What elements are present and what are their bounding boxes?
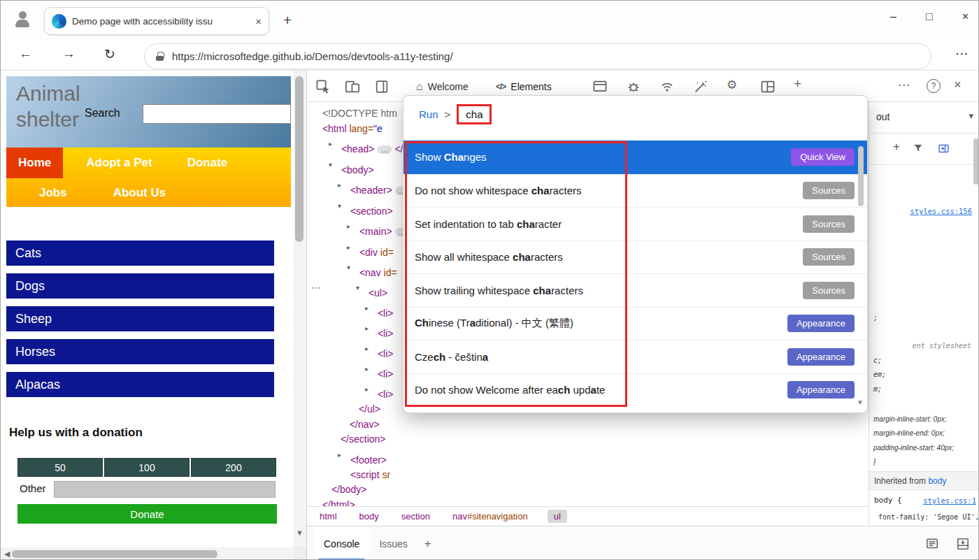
palette-scroll-down-icon[interactable]: ▼ bbox=[857, 399, 864, 406]
browser-tab[interactable]: Demo page with accessibility issu × bbox=[44, 7, 269, 35]
node-actions-icon[interactable]: ⋯ bbox=[311, 280, 321, 296]
dock-panel-icon[interactable] bbox=[374, 79, 390, 94]
expand-arrow-icon[interactable]: ▸ bbox=[338, 447, 348, 463]
new-tab-button[interactable]: + bbox=[283, 12, 292, 29]
vertical-scroll-thumb[interactable] bbox=[295, 76, 303, 242]
command-item[interactable]: Czech - čeština Appearance bbox=[403, 340, 867, 373]
browser-menu-icon[interactable]: ⋯ bbox=[955, 45, 969, 62]
expand-arrow-icon[interactable]: ▾ bbox=[329, 157, 338, 173]
styles-scroll-thumb[interactable] bbox=[973, 138, 979, 185]
window-close-button[interactable]: × bbox=[962, 10, 969, 23]
expand-arrow-icon[interactable]: ▸ bbox=[365, 361, 375, 377]
refresh-button[interactable]: ↻ bbox=[104, 46, 115, 62]
nav-link[interactable]: Adopt a Pet bbox=[74, 148, 164, 178]
dom-tree-node[interactable]: ⋯ </html> bbox=[307, 498, 869, 507]
forward-button[interactable]: → bbox=[62, 46, 76, 62]
expand-arrow-icon[interactable]: ▸ bbox=[365, 321, 375, 336]
open-quick-view-icon[interactable] bbox=[938, 143, 950, 155]
scroll-down-icon[interactable]: ▼ bbox=[296, 529, 303, 537]
expand-arrow-icon[interactable]: ▾ bbox=[338, 199, 348, 214]
page-horizontal-scrollbar[interactable]: ◀ bbox=[1, 547, 306, 560]
dom-tree-node[interactable]: ⋯ </nav> bbox=[307, 417, 869, 433]
nav-link[interactable]: Home bbox=[6, 148, 63, 178]
device-emulation-icon[interactable] bbox=[345, 79, 360, 94]
other-amount-input[interactable] bbox=[54, 481, 276, 498]
stylesheet-link[interactable]: styles.css:156 bbox=[910, 207, 972, 215]
window-panel-icon[interactable] bbox=[592, 79, 608, 94]
breadcrumb-item[interactable]: nav#sitenavigation bbox=[450, 510, 531, 523]
inherited-body-link[interactable]: body bbox=[928, 476, 946, 486]
dom-tree-node[interactable]: ⋯ </body> bbox=[307, 482, 869, 498]
css-line[interactable]: padding-inline-start: 40px; bbox=[873, 441, 979, 455]
command-item[interactable]: Do not show Welcome after each update Ap… bbox=[403, 373, 867, 407]
profile-avatar[interactable] bbox=[10, 9, 34, 31]
back-button[interactable]: ← bbox=[19, 46, 32, 62]
horizontal-scroll-thumb[interactable] bbox=[12, 550, 217, 558]
expand-arrow-icon[interactable]: ▸ bbox=[365, 341, 375, 357]
command-item[interactable]: Show all whitespace characters Sources bbox=[403, 240, 867, 274]
expand-arrow-icon[interactable]: ▸ bbox=[347, 240, 357, 255]
tab-console[interactable]: Console bbox=[314, 526, 369, 560]
chevron-down-icon[interactable]: ▾ bbox=[969, 110, 973, 121]
category-button[interactable]: Cats bbox=[6, 240, 274, 266]
command-item[interactable]: Show trailing whitespace characters Sour… bbox=[403, 273, 867, 307]
maximize-button[interactable]: □ bbox=[926, 10, 933, 23]
scroll-left-icon[interactable]: ◀ bbox=[4, 550, 10, 559]
donate-button[interactable]: Donate bbox=[17, 504, 277, 524]
expand-arrow-icon[interactable]: ▸ bbox=[329, 136, 338, 152]
tab-issues[interactable]: Issues bbox=[369, 526, 417, 560]
css-selector[interactable]: body { bbox=[874, 496, 902, 505]
address-input[interactable]: https://microsoftedge.github.io/Demos/de… bbox=[144, 43, 931, 69]
inspect-icon[interactable] bbox=[315, 79, 331, 94]
tab-close-icon[interactable]: × bbox=[255, 15, 262, 27]
dock-bottom-icon[interactable] bbox=[956, 537, 970, 551]
help-icon[interactable]: ? bbox=[927, 79, 941, 93]
minimize-button[interactable]: – bbox=[890, 10, 896, 23]
dom-tree-node[interactable]: ⋯ </section> bbox=[307, 432, 869, 447]
command-item[interactable]: Set indentation to tab character Sources bbox=[403, 207, 867, 240]
expand-arrow-icon[interactable]: ▸ bbox=[365, 382, 375, 397]
add-drawer-tab-icon[interactable]: + bbox=[417, 526, 438, 560]
command-item[interactable]: Show Changes Quick View bbox=[403, 141, 867, 174]
category-button[interactable]: Dogs bbox=[6, 273, 274, 299]
nav-link[interactable]: Donate bbox=[176, 148, 240, 178]
devtools-close-icon[interactable]: × bbox=[954, 78, 962, 92]
breadcrumb-item[interactable]: body bbox=[357, 510, 382, 523]
css-property-line[interactable]: font-family: 'Segoe UI', Tahoma bbox=[878, 513, 979, 521]
page-vertical-scrollbar[interactable]: ▼ bbox=[294, 71, 306, 547]
bug-icon[interactable] bbox=[626, 79, 641, 94]
expand-arrow-icon[interactable]: ▸ bbox=[347, 219, 357, 234]
nav-link[interactable]: About Us bbox=[101, 186, 178, 200]
command-item[interactable]: Chinese (Traditional) - 中文 (繁體) Appearan… bbox=[403, 307, 867, 340]
layout-icon[interactable] bbox=[760, 79, 776, 94]
new-style-rule-icon[interactable]: + bbox=[893, 140, 900, 154]
stylesheet-link[interactable]: styles.css:1 bbox=[923, 496, 976, 505]
css-line[interactable]: margin-inline-start: 0px; bbox=[873, 412, 979, 426]
network-signal-icon[interactable] bbox=[659, 79, 675, 94]
breadcrumb-item[interactable]: section bbox=[399, 510, 433, 523]
expand-arrow-icon[interactable]: ▸ bbox=[365, 301, 375, 316]
dom-tree-node[interactable]: ⋯ <script sr bbox=[307, 468, 869, 483]
command-item[interactable]: Do not show whitespace characters Source… bbox=[403, 174, 867, 208]
filter-funnel-icon[interactable] bbox=[913, 143, 925, 155]
amount-button[interactable]: 200 bbox=[191, 458, 276, 477]
settings-gear-icon[interactable]: ⚙ bbox=[727, 78, 737, 92]
command-input[interactable]: cha bbox=[457, 104, 492, 124]
palette-scroll-thumb[interactable] bbox=[858, 146, 864, 206]
nav-link[interactable]: Jobs bbox=[27, 186, 79, 200]
dom-tree-node[interactable]: ⋯ ▸ <footer> bbox=[307, 447, 869, 468]
category-button[interactable]: Alpacas bbox=[6, 372, 274, 397]
expand-arrow-icon[interactable]: ▸ bbox=[338, 178, 348, 193]
css-line[interactable]: margin-inline-end: 0px; bbox=[873, 426, 979, 440]
breadcrumb-item[interactable]: ul bbox=[548, 510, 567, 523]
amount-button[interactable]: 50 bbox=[17, 458, 103, 477]
breadcrumb-item[interactable]: html bbox=[317, 510, 340, 523]
devtools-more-icon[interactable]: ⋯ bbox=[898, 78, 910, 92]
amount-button[interactable]: 100 bbox=[104, 458, 190, 477]
add-tools-icon[interactable]: + bbox=[794, 76, 801, 92]
feedback-icon[interactable] bbox=[925, 537, 939, 551]
styles-tab-label[interactable]: out bbox=[876, 111, 889, 122]
search-input[interactable] bbox=[143, 104, 291, 124]
expand-arrow-icon[interactable]: ▾ bbox=[347, 260, 357, 275]
wand-icon[interactable] bbox=[693, 79, 708, 94]
